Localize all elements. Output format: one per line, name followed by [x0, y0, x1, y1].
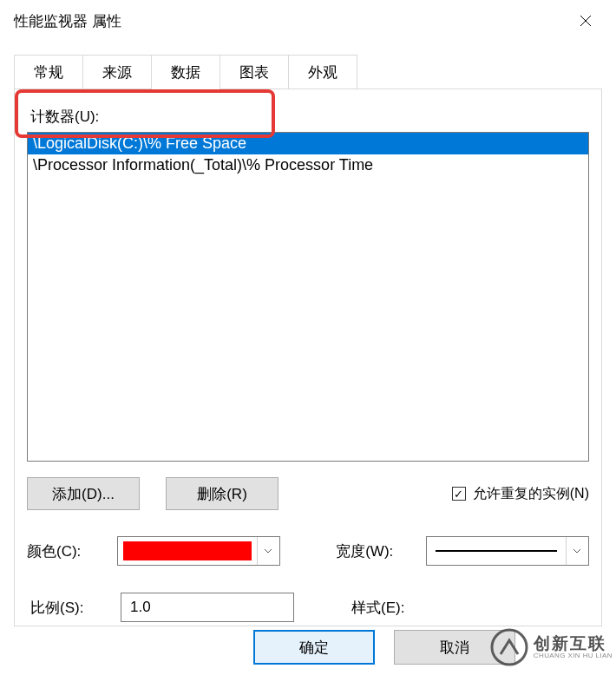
counters-listbox[interactable]: \LogicalDisk(C:)\% Free Space \Processor…: [27, 132, 589, 462]
close-button[interactable]: [567, 7, 604, 35]
scale-combobox[interactable]: 1.0: [121, 593, 294, 622]
ok-button[interactable]: 确定: [253, 630, 375, 665]
dropdown-arrow[interactable]: [257, 537, 279, 565]
color-width-row: 颜色(C): 宽度(W):: [27, 536, 589, 566]
width-label: 宽度(W):: [336, 541, 409, 561]
style-label: 样式(E):: [351, 598, 424, 618]
dialog-window: 性能监视器 属性 常规 来源 数据 图表 外观 计数器(U): \Logical…: [0, 0, 616, 675]
color-label: 颜色(C):: [27, 541, 100, 561]
watermark-text: 创新互联 CHUANG XIN HU LIAN: [534, 635, 613, 659]
allow-dup-checkbox-wrap[interactable]: 允许重复的实例(N): [452, 485, 589, 503]
tab-bar: 常规 来源 数据 图表 外观: [14, 54, 616, 88]
list-item[interactable]: \LogicalDisk(C:)\% Free Space: [28, 133, 588, 154]
width-combobox[interactable]: [426, 536, 589, 566]
watermark-en: CHUANG XIN HU LIAN: [534, 652, 613, 659]
tab-data[interactable]: 数据: [151, 55, 220, 89]
button-row: 添加(D)... 删除(R) 允许重复的实例(N): [27, 477, 589, 510]
tab-chart[interactable]: 图表: [220, 55, 289, 89]
color-swatch: [123, 541, 252, 560]
tab-source[interactable]: 来源: [82, 55, 152, 89]
color-combobox[interactable]: [117, 536, 280, 566]
allow-dup-checkbox[interactable]: [452, 487, 466, 501]
chevron-down-icon: [264, 548, 272, 554]
counters-label: 计数器(U):: [30, 107, 589, 127]
dialog-footer: 确定 取消: [253, 630, 515, 665]
svg-point-2: [492, 630, 527, 665]
titlebar: 性能监视器 属性: [0, 0, 616, 42]
add-button[interactable]: 添加(D)...: [27, 477, 140, 510]
scale-style-row: 比例(S): 1.0 样式(E):: [30, 593, 586, 622]
remove-button[interactable]: 删除(R): [166, 477, 279, 510]
chevron-down-icon: [573, 548, 581, 554]
dropdown-arrow[interactable]: [566, 537, 588, 565]
watermark-cn: 创新互联: [534, 635, 613, 652]
watermark: 创新互联 CHUANG XIN HU LIAN: [490, 628, 613, 666]
width-line-preview: [436, 550, 557, 552]
tab-panel-data: 计数器(U): \LogicalDisk(C:)\% Free Space \P…: [14, 88, 602, 626]
window-title: 性能监视器 属性: [14, 11, 121, 31]
scale-label: 比例(S):: [30, 598, 103, 618]
close-icon: [580, 15, 592, 27]
tab-appearance[interactable]: 外观: [288, 55, 357, 89]
scale-value: 1.0: [130, 599, 151, 616]
tab-general[interactable]: 常规: [14, 55, 83, 89]
list-item[interactable]: \Processor Information(_Total)\% Process…: [28, 154, 588, 176]
allow-dup-label: 允许重复的实例(N): [473, 485, 589, 503]
watermark-logo-icon: [490, 628, 528, 666]
